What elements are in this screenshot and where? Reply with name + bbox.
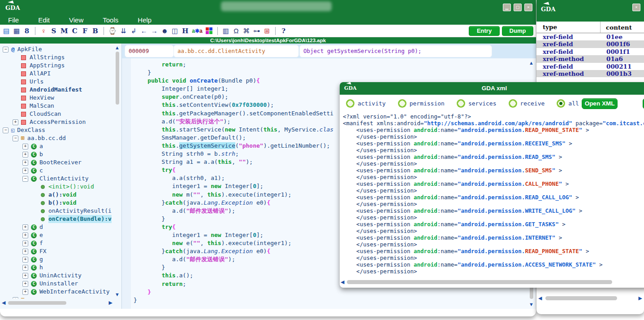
radio-receive[interactable]: receive xyxy=(509,99,545,108)
scroll-left-arrow[interactable]: ◀ xyxy=(2,300,5,305)
tree-item[interactable]: HexView xyxy=(0,94,113,102)
tree-item[interactable]: −CClientActivity xyxy=(0,175,113,183)
scrollbar-thumb[interactable] xyxy=(116,52,119,105)
grid-icon[interactable]: ⊞ xyxy=(264,27,271,35)
xml-horizontal-scrollbar[interactable]: ◀ xyxy=(341,279,644,286)
help-icon[interactable]: ? xyxy=(280,27,287,35)
tree-item[interactable]: <init>():void xyxy=(0,183,113,191)
radio-button-icon[interactable] xyxy=(457,99,465,108)
collapse-toggle[interactable]: − xyxy=(3,47,9,53)
expand-toggle[interactable]: + xyxy=(22,249,28,254)
method-signature-field[interactable]: Object getSystemService(String p0); xyxy=(299,45,492,57)
tree-item[interactable]: +⊞com xyxy=(0,296,113,298)
open-xml-button[interactable]: Open XML xyxy=(582,98,618,109)
tree-vertical-scrollbar[interactable]: ▲ ▼ xyxy=(114,44,121,309)
expand-toggle[interactable]: + xyxy=(22,273,28,279)
tree-item[interactable]: Urls xyxy=(0,78,113,86)
f-icon[interactable]: F xyxy=(82,27,89,35)
minimize-button[interactable]: ▁ xyxy=(503,4,511,11)
radio-all[interactable]: all xyxy=(557,99,579,108)
menu-help[interactable]: Help xyxy=(138,16,151,24)
tree-item[interactable]: −@ApkFile xyxy=(0,45,113,53)
expand-toggle[interactable]: + xyxy=(13,297,18,299)
scroll-up-arrow[interactable]: ▲ xyxy=(529,61,534,66)
hex-icon[interactable]: H xyxy=(182,27,189,35)
s-icon[interactable]: S xyxy=(50,27,57,35)
xml-lines[interactable]: <?xml version="1.0" encoding="utf-8"?><m… xyxy=(340,112,644,276)
expand-toggle[interactable]: + xyxy=(22,241,28,246)
xref-row[interactable]: xref-method0001b3 xyxy=(536,70,644,77)
tree-item[interactable]: onCreate(Bundle):v xyxy=(0,215,113,223)
xref-horizontal-scrollbar[interactable]: ◀ ▶ xyxy=(537,294,642,302)
tree-item[interactable]: +Ch xyxy=(0,263,113,272)
tree-item[interactable]: +CUninActivity xyxy=(0,272,113,280)
command-icon[interactable]: ⌘ xyxy=(243,27,250,35)
expand-toggle[interactable]: + xyxy=(22,160,28,166)
class-name-field[interactable]: aa.bb.cc.dd.ClientActivity xyxy=(173,45,299,57)
method-address-field[interactable]: 000009 xyxy=(125,45,174,57)
open-book-icon[interactable]: ▤ xyxy=(3,27,10,35)
radio-permission[interactable]: permission xyxy=(398,99,445,108)
close-button[interactable]: × xyxy=(524,4,532,11)
expand-toggle[interactable]: + xyxy=(22,265,28,271)
clock-icon[interactable]: ⌚ xyxy=(108,27,117,35)
tree-item[interactable]: onActivityResult(i xyxy=(0,207,113,215)
column-header-content[interactable]: content xyxy=(601,24,632,31)
expand-toggle[interactable]: + xyxy=(13,119,18,125)
merge-icon[interactable]: ⇊ xyxy=(120,27,127,35)
doc-search-icon[interactable]: ◫ xyxy=(171,27,178,35)
expand-toggle[interactable]: + xyxy=(22,289,28,295)
xref-row[interactable]: xref-field000211 xyxy=(536,63,644,70)
scroll-down-arrow[interactable]: ▼ xyxy=(529,302,534,307)
collapse-toggle[interactable]: − xyxy=(3,127,9,133)
scrollbar-thumb[interactable] xyxy=(8,301,66,305)
xref-row[interactable]: xref-field0001f1 xyxy=(536,48,644,55)
tree-item[interactable]: +Cf xyxy=(0,239,113,247)
xref-row[interactable]: xref-field01ee xyxy=(536,33,644,40)
column-header-type[interactable]: type xyxy=(536,22,601,33)
key-icon[interactable]: ⊶ xyxy=(253,27,260,35)
scrollbar-thumb[interactable] xyxy=(347,280,612,284)
tree-item[interactable]: +CBootReceiver xyxy=(0,158,113,167)
save-icon[interactable]: ▦ xyxy=(13,27,20,35)
tree-item[interactable]: +Cb xyxy=(0,150,113,158)
expand-toggle[interactable]: + xyxy=(22,144,28,149)
expand-toggle[interactable]: + xyxy=(22,232,28,238)
menu-view[interactable]: View xyxy=(69,16,83,24)
scroll-down-arrow[interactable]: ▼ xyxy=(115,292,120,297)
tree-item[interactable]: +Cc xyxy=(0,167,113,175)
tree-item[interactable]: a():void xyxy=(0,191,113,199)
collapse-toggle[interactable]: − xyxy=(13,136,18,141)
tree-item[interactable]: −⊞aa.bb.cc.dd xyxy=(0,134,113,142)
string-icon[interactable]: a✱a xyxy=(192,26,202,35)
jump-icon[interactable]: ↲ xyxy=(130,27,137,35)
tree-item[interactable]: b():void xyxy=(0,199,113,207)
tree-item[interactable]: +AccessPermission xyxy=(0,118,113,126)
tree-item[interactable]: −◱DexClass xyxy=(0,126,113,134)
tree-item[interactable]: AndroidManifest xyxy=(0,86,113,94)
expand-toggle[interactable]: + xyxy=(22,152,28,158)
tree-item[interactable]: +Cd xyxy=(0,223,113,231)
tree-item[interactable]: CloudScan xyxy=(0,110,113,118)
radio-button-icon[interactable] xyxy=(509,99,517,108)
maximize-button[interactable]: ▢ xyxy=(514,4,522,11)
tree-item[interactable]: +Ca xyxy=(0,142,113,150)
tree-item[interactable]: AppStrings xyxy=(0,61,113,70)
expand-toggle[interactable]: + xyxy=(22,257,28,263)
scroll-left-arrow[interactable]: ◀ xyxy=(538,296,542,301)
forward-icon[interactable]: → xyxy=(151,27,158,35)
radio-services[interactable]: services xyxy=(457,99,497,108)
scroll-right-arrow[interactable]: ▶ xyxy=(109,300,112,305)
colors-icon[interactable] xyxy=(206,27,213,34)
m-icon[interactable]: M xyxy=(61,27,68,35)
xref-row[interactable]: xref-field0001f6 xyxy=(536,40,644,48)
menu-file[interactable]: File xyxy=(8,16,19,24)
expand-toggle[interactable]: + xyxy=(22,168,28,174)
xref-row[interactable]: xref-method01a6 xyxy=(536,55,644,62)
dump-button[interactable]: Dump xyxy=(502,26,533,36)
tree-item[interactable]: +CWebInterfaceActivity xyxy=(0,288,113,296)
scroll-left-arrow[interactable]: ◀ xyxy=(341,280,344,285)
menu-edit[interactable]: Edit xyxy=(38,16,50,24)
tree-item[interactable]: +Ce xyxy=(0,231,113,239)
tree-item[interactable]: AllAPI xyxy=(0,70,113,78)
